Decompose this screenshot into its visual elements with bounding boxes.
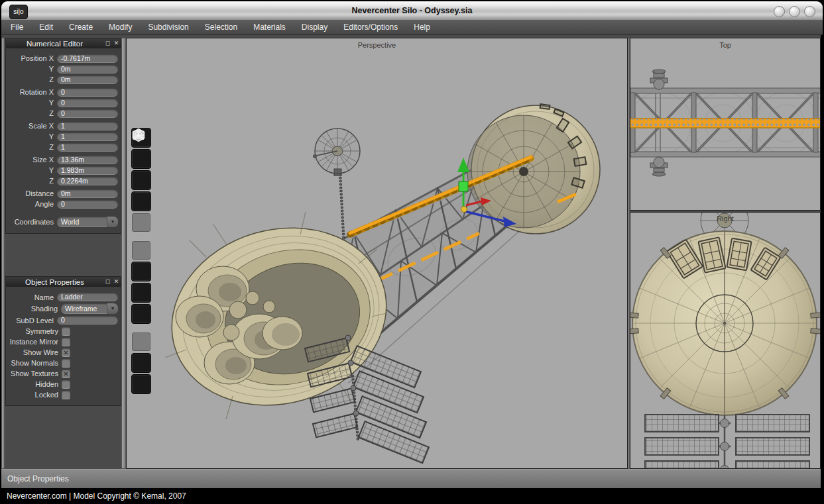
solar-arrays-right-view[interactable] — [645, 415, 809, 469]
close-button[interactable] — [804, 6, 815, 17]
menu-item-create[interactable]: Create — [61, 20, 101, 35]
selection-mode-group — [131, 128, 151, 232]
menu-item-editors-options[interactable]: Editors/Options — [335, 20, 406, 35]
menu-item-help[interactable]: Help — [406, 20, 438, 35]
numeric-row: Y0 — [7, 97, 118, 108]
footer-bar: Nevercenter.com | Model Copyright © Kema… — [0, 488, 824, 504]
menu-item-modify[interactable]: Modify — [101, 20, 140, 35]
input-scale-x[interactable]: 1 — [57, 122, 118, 130]
menu-item-display[interactable]: Display — [294, 20, 335, 35]
numeric-row: Y1 — [7, 131, 118, 142]
chevron-down-icon: ▼ — [107, 217, 118, 227]
field-label: Symmetry — [7, 327, 58, 335]
input-z[interactable]: 1 — [57, 143, 118, 152]
menu-item-materials[interactable]: Materials — [245, 20, 294, 35]
numeric-row: Y1.983m — [7, 165, 118, 176]
object-properties-panel: Object Properties ◻ ✕ Name Ladder Shadin… — [5, 276, 121, 406]
multiselect-mode-icon[interactable] — [131, 213, 151, 232]
checkbox-hidden[interactable] — [62, 380, 70, 389]
menu-item-subdivision[interactable]: Subdivision — [140, 20, 196, 35]
numeric-row: Y0m — [7, 64, 118, 74]
numerical-editor-header[interactable]: Numerical Editor ◻ ✕ — [6, 38, 121, 48]
paint-select-icon[interactable] — [131, 332, 151, 352]
rotate-tool-icon[interactable] — [131, 262, 151, 281]
checkbox-row: Symmetry — [7, 326, 118, 336]
input-z[interactable]: 0m — [57, 76, 118, 84]
top-scene[interactable] — [630, 38, 821, 211]
right-scene[interactable] — [630, 213, 821, 469]
input-position-x[interactable]: -0.7617m — [57, 54, 118, 63]
panel-title: Object Properties — [6, 278, 103, 286]
numeric-row: Z0.2264m — [7, 176, 118, 186]
panel-float-icon[interactable]: ◻ — [103, 38, 112, 48]
checkbox-show-normals[interactable] — [62, 359, 70, 368]
habitat-right-view[interactable] — [630, 231, 821, 415]
shading-dropdown[interactable]: Wireframe ▼ — [61, 303, 118, 314]
perspective-viewport[interactable]: Perspective — [126, 38, 628, 469]
edge-mode-icon[interactable] — [131, 149, 151, 169]
title-bar[interactable]: si|o Nevercenter Silo - Odyssey.sia — [1, 1, 823, 20]
lasso-select-icon[interactable] — [131, 374, 151, 394]
checkbox-symmetry[interactable] — [62, 327, 70, 336]
panel-close-icon[interactable]: ✕ — [112, 38, 121, 48]
field-label: Y — [7, 65, 54, 73]
area-select-icon[interactable] — [131, 353, 151, 373]
menu-item-edit[interactable]: Edit — [31, 20, 61, 35]
menu-item-selection[interactable]: Selection — [197, 20, 245, 35]
left-edge-strip — [1, 38, 5, 469]
minimize-button[interactable] — [774, 6, 785, 17]
checkbox-locked[interactable] — [62, 391, 70, 399]
field-label: Rotation X — [7, 88, 54, 96]
input-rotation-x[interactable]: 0 — [57, 88, 118, 97]
universal-manipulator-icon[interactable] — [131, 304, 151, 324]
input-distance[interactable]: 0m — [57, 189, 118, 198]
numerical-editor-panel: Numerical Editor ◻ ✕ Position X-0.7617mY… — [5, 38, 121, 234]
face-mode-icon[interactable] — [131, 170, 151, 190]
top-viewport[interactable]: Top — [630, 38, 821, 211]
panel-close-icon[interactable]: ✕ — [112, 277, 121, 287]
solar-arrays[interactable] — [305, 335, 429, 463]
object-properties-header[interactable]: Object Properties ◻ ✕ — [6, 277, 121, 287]
field-label: Hidden — [7, 380, 58, 388]
habitat-drum[interactable] — [467, 104, 600, 234]
input-size-x[interactable]: 13.36m — [57, 156, 118, 164]
name-input[interactable]: Ladder — [57, 293, 118, 301]
checkbox-show-textures[interactable]: ✕ — [62, 370, 70, 378]
object-property-checkboxes: SymmetryInstance MirrorShow Wire✕Show No… — [7, 326, 118, 400]
menu-bar: FileEditCreateModifySubdivisionSelection… — [1, 20, 823, 35]
input-z[interactable]: 0 — [57, 109, 118, 118]
numerical-fields: Position X-0.7617mY0mZ0mRotation X0Y0Z0S… — [7, 53, 118, 209]
checkbox-show-wire[interactable]: ✕ — [62, 348, 70, 357]
numeric-row: Angle0 — [7, 199, 118, 209]
numeric-row: Z0m — [7, 74, 118, 85]
input-z[interactable]: 0.2264m — [57, 177, 118, 185]
ladder-top-view[interactable] — [630, 119, 821, 128]
input-y[interactable]: 1.983m — [57, 166, 118, 175]
menu-item-file[interactable]: File — [3, 20, 31, 35]
scale-tool-icon[interactable] — [131, 283, 151, 303]
input-y[interactable]: 1 — [57, 132, 118, 141]
field-label: Show Normals — [7, 359, 58, 367]
panel-float-icon[interactable]: ◻ — [103, 277, 112, 287]
numeric-row: Rotation X0 — [7, 87, 118, 97]
right-viewport[interactable]: Right — [630, 212, 821, 469]
field-label: Distance — [7, 189, 54, 197]
viewport-label: Top — [630, 41, 820, 49]
subd-level-input[interactable]: 0 — [57, 316, 118, 325]
checkbox-instance-mirror[interactable] — [62, 338, 70, 346]
field-label: Name — [7, 293, 54, 301]
maximize-button[interactable] — [789, 6, 800, 17]
coordinates-dropdown[interactable]: World ▼ — [57, 217, 118, 227]
field-label: Show Wire — [7, 348, 58, 356]
panel-splitter[interactable] — [121, 38, 126, 469]
input-angle[interactable]: 0 — [57, 200, 118, 209]
move-tool-icon[interactable] — [131, 240, 151, 260]
perspective-scene[interactable] — [127, 38, 628, 469]
manipulator-group — [131, 240, 151, 324]
checkbox-row: Instance Mirror — [7, 336, 118, 347]
object-mode-icon[interactable] — [131, 191, 151, 211]
checkbox-row: Show Wire✕ — [7, 347, 118, 358]
numeric-row: Z1 — [7, 142, 118, 152]
input-y[interactable]: 0 — [57, 99, 118, 107]
input-y[interactable]: 0m — [57, 65, 118, 74]
